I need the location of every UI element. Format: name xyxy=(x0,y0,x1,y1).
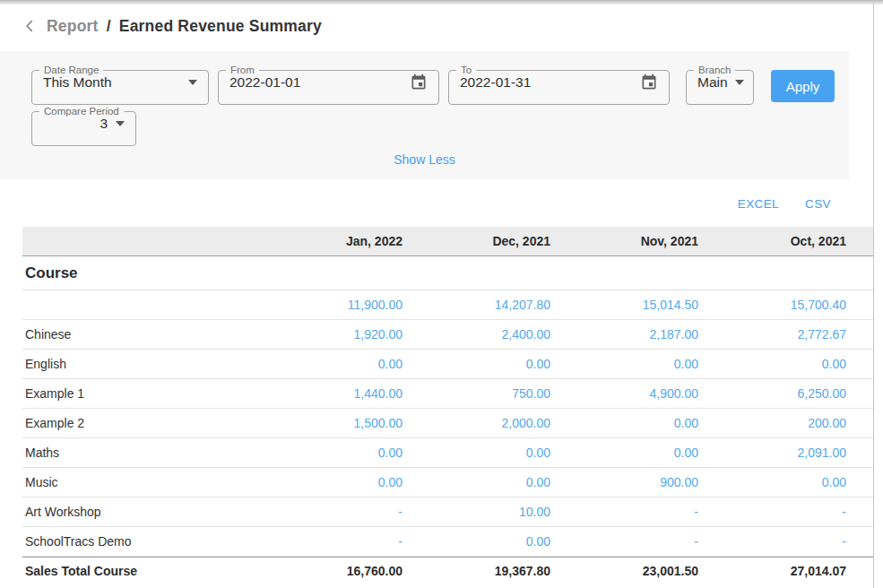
row-value: 10.00 xyxy=(403,505,550,519)
breadcrumb-separator: / xyxy=(107,17,111,35)
back-chevron-icon[interactable] xyxy=(22,19,37,33)
apply-button[interactable]: Apply xyxy=(771,70,835,102)
row-value: 0.00 xyxy=(403,445,550,460)
row-value: 15,700.40 xyxy=(698,298,846,312)
date-range-select[interactable]: Date Range This Month xyxy=(31,65,209,105)
compare-period-label: Compare Period xyxy=(39,107,124,116)
table-header-row: Jan, 2022 Dec, 2021 Nov, 2021 Oct, 2021 xyxy=(22,227,873,256)
column-header: Nov, 2021 xyxy=(550,234,698,248)
row-label: SchoolTracs Demo xyxy=(22,534,255,549)
row-value: 200.00 xyxy=(698,416,846,430)
row-value: 0.00 xyxy=(403,534,550,549)
row-value: 2,000.00 xyxy=(403,416,550,430)
table-row: 11,900.00 14,207.80 15,014.50 15,700.40 xyxy=(22,290,873,320)
row-value: 0.00 xyxy=(255,445,403,460)
table-row: SchoolTracs Demo - 0.00 - - xyxy=(22,527,873,557)
row-label: Example 2 xyxy=(22,416,255,430)
table-row: Example 2 1,500.00 2,000.00 0.00 200.00 xyxy=(22,409,873,438)
row-value: 0.00 xyxy=(403,357,550,371)
total-row-value: 23,001.50 xyxy=(550,564,698,578)
date-range-value: This Month xyxy=(43,74,188,91)
from-date-value: 2022-01-01 xyxy=(229,74,410,91)
row-value: - xyxy=(698,505,846,519)
branch-select[interactable]: Branch Main xyxy=(686,65,754,105)
page-header: Report / Earned Revenue Summary xyxy=(22,14,883,38)
total-row-value: 16,760.00 xyxy=(255,564,403,578)
total-row-value: 19,367.80 xyxy=(403,564,550,578)
table-row: Example 1 1,440.00 750.00 4,900.00 6,250… xyxy=(22,379,873,409)
compare-period-value: 3 xyxy=(100,116,108,132)
chevron-down-icon xyxy=(735,80,744,85)
table-row: Music 0.00 0.00 900.00 0.00 xyxy=(22,468,873,497)
row-value: - xyxy=(550,534,698,549)
to-date-field[interactable]: To 2022-01-31 xyxy=(448,65,670,105)
column-header: Oct, 2021 xyxy=(698,234,846,248)
row-value: 0.00 xyxy=(255,475,403,489)
show-less-link[interactable]: Show Less xyxy=(0,152,849,167)
page-title: Earned Revenue Summary xyxy=(119,17,322,35)
earned-revenue-table: Jan, 2022 Dec, 2021 Nov, 2021 Oct, 2021 … xyxy=(22,227,873,584)
top-shadow-divider xyxy=(0,0,883,5)
table-row: Chinese 1,920.00 2,400.00 2,187.00 2,772… xyxy=(22,320,873,350)
row-label: English xyxy=(22,357,255,371)
row-value: 2,400.00 xyxy=(403,327,550,342)
row-value: 0.00 xyxy=(698,475,846,489)
total-row-value: 27,014.07 xyxy=(698,564,846,578)
row-value: 11,900.00 xyxy=(255,298,403,312)
table-row: English 0.00 0.00 0.00 0.00 xyxy=(22,350,873,379)
date-range-label: Date Range xyxy=(39,65,103,74)
row-value: - xyxy=(698,534,846,549)
row-value: - xyxy=(550,505,698,519)
row-value: 1,440.00 xyxy=(255,386,403,401)
row-label: Maths xyxy=(22,445,255,460)
filter-panel: Date Range This Month From 2022-01-01 To… xyxy=(0,51,849,179)
row-value: 2,091.00 xyxy=(698,445,846,460)
calendar-icon[interactable] xyxy=(410,74,428,91)
row-label: Music xyxy=(22,475,255,489)
table-row: Maths 0.00 0.00 0.00 2,091.00 xyxy=(22,438,873,468)
row-value: 0.00 xyxy=(550,445,698,460)
row-value: 750.00 xyxy=(403,386,550,401)
breadcrumb-report-link[interactable]: Report xyxy=(47,17,99,35)
row-value: 900.00 xyxy=(550,475,698,489)
section-title: Course xyxy=(22,264,846,282)
from-date-field[interactable]: From 2022-01-01 xyxy=(218,65,439,105)
column-header: Jan, 2022 xyxy=(255,234,403,248)
total-row-label: Sales Total Course xyxy=(22,564,255,578)
row-label: Example 1 xyxy=(22,386,255,401)
sales-total-row: Sales Total Course 16,760.00 19,367.80 2… xyxy=(22,557,873,584)
export-toolbar: EXCEL CSV xyxy=(0,195,873,212)
compare-period-select[interactable]: Compare Period 3 xyxy=(31,107,136,146)
row-value: 2,187.00 xyxy=(550,327,698,342)
branch-label: Branch xyxy=(694,65,735,74)
row-label: Chinese xyxy=(22,327,255,342)
section-header-course: Course xyxy=(22,256,873,290)
row-value: 1,500.00 xyxy=(255,416,403,430)
right-edge-divider xyxy=(873,0,874,588)
row-value: 0.00 xyxy=(550,416,698,430)
row-value: 6,250.00 xyxy=(698,386,846,401)
branch-value: Main xyxy=(697,74,728,91)
to-date-value: 2022-01-31 xyxy=(460,74,640,91)
export-excel-link[interactable]: EXCEL xyxy=(738,197,779,211)
row-value: 4,900.00 xyxy=(550,386,698,401)
row-value: - xyxy=(255,505,403,519)
to-date-label: To xyxy=(456,65,476,74)
row-value: 0.00 xyxy=(698,357,846,371)
row-value: 0.00 xyxy=(403,475,550,489)
row-value: 15,014.50 xyxy=(550,298,698,312)
export-csv-link[interactable]: CSV xyxy=(805,197,831,211)
chevron-down-icon xyxy=(188,80,197,85)
table-row: Art Workshop - 10.00 - - xyxy=(22,497,873,527)
row-value: 14,207.80 xyxy=(403,298,550,312)
row-value: 0.00 xyxy=(255,357,403,371)
row-value: 0.00 xyxy=(550,357,698,371)
column-header: Dec, 2021 xyxy=(403,234,550,248)
chevron-down-icon xyxy=(116,121,125,126)
row-label: Art Workshop xyxy=(22,505,255,519)
breadcrumb: Report / Earned Revenue Summary xyxy=(47,17,322,36)
row-value: - xyxy=(255,534,403,549)
calendar-icon[interactable] xyxy=(640,74,658,91)
row-value: 2,772.67 xyxy=(698,327,846,342)
from-date-label: From xyxy=(226,65,259,74)
